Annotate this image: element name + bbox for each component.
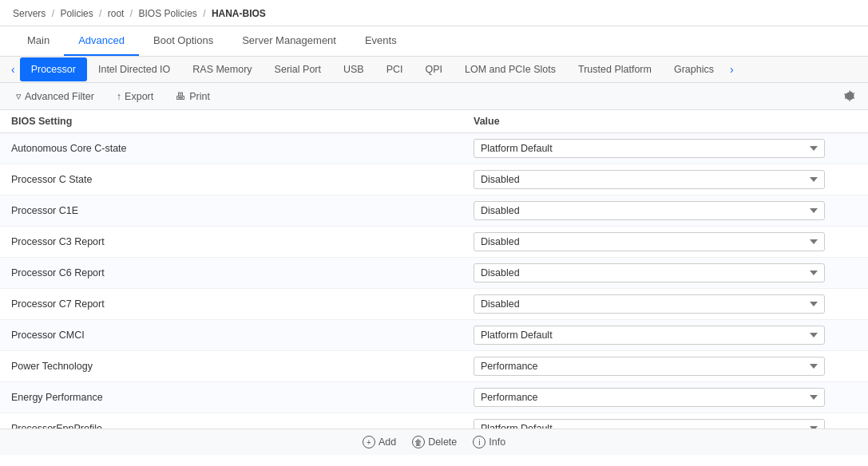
power-technology-select[interactable]: Performance Platform Default Balanced En…	[474, 357, 825, 376]
col-header-value: Value	[474, 116, 857, 127]
table-row: Power Technology Performance Platform De…	[0, 351, 868, 382]
delete-button[interactable]: 🗑 Delete	[412, 436, 457, 448]
table-row: Processor C3 Report Disabled Platform De…	[0, 227, 868, 258]
top-tabs: Main Advanced Boot Options Server Manage…	[0, 26, 868, 57]
tab-events[interactable]: Events	[351, 26, 411, 56]
processor-c-state-select[interactable]: Disabled Platform Default Enabled	[474, 170, 825, 189]
row-setting: ProcessorEppProfile	[11, 423, 474, 428]
sub-tab-processor[interactable]: Processor	[20, 57, 87, 81]
print-button[interactable]: 🖶 Print	[171, 89, 215, 105]
sub-tab-serial-port[interactable]: Serial Port	[264, 57, 332, 81]
row-value: Platform Default Performance Balanced Pe…	[474, 419, 857, 428]
page-wrapper: Servers / Policies / root / BIOS Policie…	[0, 0, 868, 466]
export-button[interactable]: ↑ Export	[112, 89, 158, 105]
row-value: Disabled Platform Default Enabled	[474, 232, 857, 251]
sub-tabs: ‹ Processor Intel Directed IO RAS Memory…	[0, 57, 868, 83]
row-value: Disabled Platform Default Enabled	[474, 170, 857, 189]
sub-tab-intel-directed-io[interactable]: Intel Directed IO	[87, 57, 181, 81]
sub-tab-qpi[interactable]: QPI	[414, 57, 454, 81]
add-button[interactable]: + Add	[363, 436, 396, 448]
energy-performance-select[interactable]: Performance Platform Default Balanced Pe…	[474, 388, 825, 407]
row-value: Performance Platform Default Balanced Pe…	[474, 388, 857, 407]
row-setting: Processor CMCI	[11, 330, 474, 341]
breadcrumb-bios-policies[interactable]: BIOS Policies	[138, 8, 196, 19]
sub-tab-usb[interactable]: USB	[332, 57, 375, 81]
row-setting: Processor C6 Report	[11, 267, 474, 278]
sub-tab-ras-memory[interactable]: RAS Memory	[181, 57, 263, 81]
export-icon: ↑	[117, 91, 121, 102]
processor-c7-select[interactable]: Disabled Platform Default Enabled	[474, 294, 825, 314]
sub-tab-prev[interactable]: ‹	[6, 57, 20, 82]
info-icon: i	[473, 436, 486, 448]
table-row: Autonomous Core C-state Platform Default…	[0, 133, 868, 164]
bottom-bar: + Add 🗑 Delete i Info	[0, 428, 868, 455]
processor-cmci-select[interactable]: Platform Default Enabled Disabled	[474, 326, 825, 345]
col-header-setting: BIOS Setting	[11, 116, 474, 127]
processor-c3-select[interactable]: Disabled Platform Default Enabled	[474, 232, 825, 251]
processor-c1e-select[interactable]: Disabled Platform Default Enabled	[474, 201, 825, 220]
sub-tab-trusted-platform[interactable]: Trusted Platform	[567, 57, 663, 81]
row-value: Platform Default Enabled Disabled	[474, 139, 857, 158]
table-row: Processor CMCI Platform Default Enabled …	[0, 320, 868, 351]
breadcrumb-policies[interactable]: Policies	[60, 8, 93, 19]
processor-c6-select[interactable]: Disabled Platform Default Enabled	[474, 263, 825, 282]
sub-tab-pci[interactable]: PCI	[375, 57, 414, 81]
breadcrumb-servers[interactable]: Servers	[13, 8, 46, 19]
row-value: Disabled Platform Default Enabled	[474, 201, 857, 220]
autonomous-core-cstate-select[interactable]: Platform Default Enabled Disabled	[474, 139, 825, 158]
table-row: Processor C7 Report Disabled Platform De…	[0, 289, 868, 320]
breadcrumb: Servers / Policies / root / BIOS Policie…	[0, 0, 868, 26]
tab-advanced[interactable]: Advanced	[64, 26, 139, 56]
table-row: ProcessorEppProfile Platform Default Per…	[0, 413, 868, 428]
row-value: Disabled Platform Default Enabled	[474, 294, 857, 314]
table-row: Energy Performance Performance Platform …	[0, 382, 868, 413]
delete-icon: 🗑	[412, 436, 425, 448]
tab-server-management[interactable]: Server Management	[228, 26, 351, 56]
add-icon: +	[363, 436, 375, 448]
table-body: Autonomous Core C-state Platform Default…	[0, 133, 868, 428]
tab-boot-options[interactable]: Boot Options	[139, 26, 228, 56]
sub-tab-lom-pcie[interactable]: LOM and PCIe Slots	[454, 57, 567, 81]
print-icon: 🖶	[176, 91, 186, 102]
row-setting: Autonomous Core C-state	[11, 143, 474, 154]
row-setting: Processor C State	[11, 174, 474, 185]
breadcrumb-current: HANA-BIOS	[212, 8, 266, 19]
row-setting: Energy Performance	[11, 392, 474, 403]
row-setting: Processor C1E	[11, 205, 474, 216]
breadcrumb-root[interactable]: root	[108, 8, 125, 19]
tab-main[interactable]: Main	[13, 26, 64, 56]
row-setting: Processor C3 Report	[11, 236, 474, 247]
filter-icon: ▿	[16, 90, 22, 102]
row-setting: Power Technology	[11, 361, 474, 372]
row-setting: Processor C7 Report	[11, 298, 474, 310]
table-row: Processor C1E Disabled Platform Default …	[0, 195, 868, 227]
settings-icon[interactable]	[842, 89, 857, 104]
table-row: Processor C State Disabled Platform Defa…	[0, 164, 868, 195]
row-value: Performance Platform Default Balanced En…	[474, 357, 857, 376]
table-header: BIOS Setting Value	[0, 110, 868, 133]
sub-tab-next[interactable]: ›	[725, 57, 739, 82]
row-value: Disabled Platform Default Enabled	[474, 263, 857, 282]
row-value: Platform Default Enabled Disabled	[474, 326, 857, 345]
advanced-filter-button[interactable]: ▿ Advanced Filter	[11, 88, 99, 105]
toolbar: ▿ Advanced Filter ↑ Export 🖶 Print	[0, 83, 868, 110]
info-button[interactable]: i Info	[473, 436, 505, 448]
processor-epp-select[interactable]: Platform Default Performance Balanced Pe…	[474, 419, 825, 428]
table-row: Processor C6 Report Disabled Platform De…	[0, 258, 868, 289]
sub-tab-graphics[interactable]: Graphics	[663, 57, 725, 81]
